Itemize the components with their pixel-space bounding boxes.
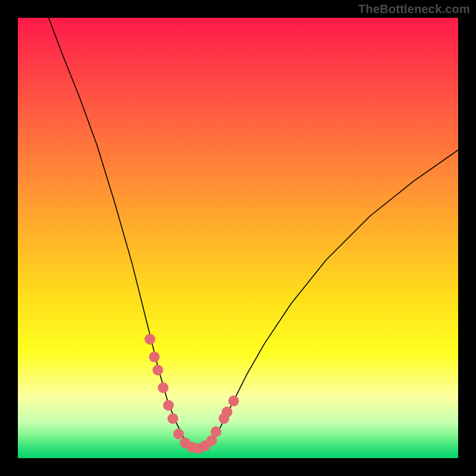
chart-frame: TheBottleneck.com xyxy=(0,0,476,476)
curve-marker xyxy=(158,383,168,393)
curve-marker xyxy=(228,396,239,406)
plot-area xyxy=(18,18,458,458)
curve-marker xyxy=(152,365,163,375)
watermark-text: TheBottleneck.com xyxy=(358,2,470,16)
curve-marker xyxy=(145,334,155,345)
curve-marker xyxy=(173,428,184,439)
curve-svg xyxy=(18,18,458,458)
curve-marker xyxy=(211,427,221,437)
bottleneck-curve xyxy=(49,18,458,449)
curve-marker xyxy=(149,352,159,362)
curve-markers xyxy=(145,334,239,454)
curve-marker xyxy=(168,413,178,424)
curve-marker xyxy=(163,400,174,411)
curve-marker xyxy=(222,406,233,417)
